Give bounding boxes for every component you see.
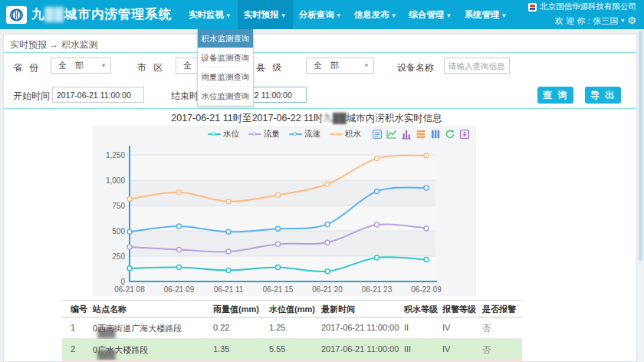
device-name-label: 设备名称 xyxy=(397,61,434,74)
legend-item[interactable]: 流速 xyxy=(289,129,320,140)
cell-no: 1 xyxy=(71,323,75,332)
city-label: 市 区 xyxy=(137,61,165,74)
line-chart: 02505007501,0001,25006-21 0806-21 0906-2… xyxy=(93,126,476,296)
legend-marker-icon xyxy=(208,133,221,135)
dropdown-item-device-monitor-query[interactable]: 设备监测查询 xyxy=(198,48,253,67)
dropdown-item-ponding-monitor-query[interactable]: 积水监测查询 xyxy=(198,29,253,48)
censored-station-code: ███ xyxy=(97,328,115,337)
export-button[interactable]: 导 出 xyxy=(585,87,621,104)
column-header: 水位值(mm) xyxy=(269,304,315,315)
save-image-icon[interactable] xyxy=(459,129,470,143)
chart-toolbox xyxy=(372,129,470,143)
main-menu: 实时监视▼实时预报▼分析查询▼信息发布▼综合管理▼系统管理▼ xyxy=(182,0,514,29)
menu-item-info-publish[interactable]: 信息发布▼ xyxy=(348,0,403,29)
chart-area: 02505007501,0001,25006-21 0806-21 0906-2… xyxy=(93,126,476,296)
table-body: 10███西南街道广海大楼路段0.221.252017-06-21 11:00:… xyxy=(62,318,522,362)
chevron-down-icon: ▼ xyxy=(336,12,342,19)
column-header: 报警等级 xyxy=(442,304,476,315)
chevron-down-icon: ▼ xyxy=(391,12,397,19)
cell-rain: 1.35 xyxy=(213,344,229,354)
svg-text:250: 250 xyxy=(112,252,125,261)
legend-item[interactable]: 积水 xyxy=(330,129,361,140)
column-header: 最新时间 xyxy=(321,304,355,315)
data-view-icon[interactable] xyxy=(372,129,383,143)
svg-text:06-21 15: 06-21 15 xyxy=(263,285,294,294)
table-row[interactable]: 10███西南街道广海大楼路段0.221.252017-06-21 11:00:… xyxy=(62,318,522,339)
restore-icon[interactable] xyxy=(445,129,455,143)
cell-station: 0███广水大楼路段 xyxy=(93,344,148,356)
chevron-down-icon: ▼ xyxy=(281,12,287,19)
legend-item[interactable]: 流量 xyxy=(248,129,280,140)
cell-is-alarm: 否 xyxy=(482,344,491,356)
svg-text:1,000: 1,000 xyxy=(106,176,125,185)
vertical-scrollbar[interactable] xyxy=(638,29,643,362)
menu-item-system-mgmt[interactable]: 系统管理▼ xyxy=(458,0,514,29)
cell-no: 2 xyxy=(71,344,75,354)
svg-text:06-21 20: 06-21 20 xyxy=(312,285,343,294)
legend-marker-icon xyxy=(330,133,343,135)
cell-rain: 0.22 xyxy=(213,323,229,332)
header-right: 北京国信华源科技有限公司 欢 迎 你 : 张三国▾ ⚙ xyxy=(528,1,636,28)
svg-text:06-21 09: 06-21 09 xyxy=(164,285,195,294)
cell-level: II xyxy=(404,323,409,332)
censored-station-code: ███ xyxy=(97,350,115,359)
svg-text:1,250: 1,250 xyxy=(106,151,125,160)
menu-item-realtime-monitor[interactable]: 实时监视▼ xyxy=(182,0,238,29)
company-name: 北京国信华源科技有限公司 xyxy=(528,1,636,13)
column-header: 站点名称 xyxy=(93,304,127,315)
chart-title: 2017-06-21 11时至2017-06-22 11时九██城市内涝积水实时… xyxy=(4,112,610,125)
cell-alarm: IV xyxy=(442,344,450,354)
svg-text:06-21 23: 06-21 23 xyxy=(362,285,393,294)
cell-time: 2017-06-21 11:00:00 xyxy=(321,344,399,354)
legend-item[interactable]: 水位 xyxy=(208,129,239,140)
user-caret-icon[interactable]: ▾ xyxy=(621,16,624,25)
cell-time: 2017-06-21 11:00:00 xyxy=(321,323,399,332)
censored-city-name: ██ xyxy=(45,7,64,21)
chevron-down-icon: ▼ xyxy=(501,12,508,19)
svg-text:0: 0 xyxy=(120,278,125,286)
column-header: 积水等级 xyxy=(404,304,438,315)
svg-text:06-21 08: 06-21 08 xyxy=(114,285,145,294)
dropdown-item-rainfall-monitor-query[interactable]: 雨量监测查询 xyxy=(198,67,253,87)
tiled-icon[interactable] xyxy=(430,129,441,143)
column-header: 雨量值(mm) xyxy=(213,304,259,315)
cell-station: 0███西南街道广海大楼路段 xyxy=(93,323,182,334)
cell-alarm: IV xyxy=(442,323,450,332)
menu-item-comprehensive-mgmt[interactable]: 综合管理▼ xyxy=(403,0,458,29)
province-label: 省 份 xyxy=(13,61,41,74)
column-header: 编号 xyxy=(71,304,87,315)
start-time-label: 开始时间 xyxy=(13,90,50,103)
welcome-user[interactable]: 欢 迎 你 : 张三国▾ ⚙ xyxy=(528,13,636,28)
username[interactable]: 张三国 xyxy=(593,15,618,28)
start-time-input[interactable] xyxy=(52,87,144,103)
cell-level: III xyxy=(404,344,411,354)
province-select[interactable]: 全 部▼ xyxy=(51,58,111,74)
menu-item-realtime-forecast[interactable]: 实时预报▼ xyxy=(238,0,293,29)
line-chart-icon[interactable] xyxy=(386,129,397,143)
cell-is-alarm: 否 xyxy=(482,323,491,334)
table-row[interactable]: 20███广水大楼路段1.355.552017-06-21 11:00:00II… xyxy=(62,339,522,360)
county-select[interactable]: 全 部▼ xyxy=(306,58,374,74)
menu-item-analysis-query[interactable]: 分析查询▼ xyxy=(293,0,348,29)
chevron-down-icon: ▼ xyxy=(225,12,232,19)
censored-city-name: 九██ xyxy=(324,113,347,123)
dropdown-item-water-level-monitor-query[interactable]: 水位监测查询 xyxy=(198,87,253,106)
app-title: 九██城市内涝管理系统 xyxy=(31,6,172,23)
svg-text:750: 750 xyxy=(112,202,125,210)
chevron-down-icon: ▼ xyxy=(100,58,107,73)
svg-text:500: 500 xyxy=(112,227,125,235)
query-button[interactable]: 查 询 xyxy=(537,87,573,104)
device-name-input[interactable] xyxy=(444,58,510,74)
gear-icon[interactable]: ⚙ xyxy=(627,13,636,28)
scrollbar-thumb[interactable] xyxy=(639,31,642,261)
bar-chart-icon[interactable] xyxy=(401,129,412,143)
svg-text:06-22 09: 06-22 09 xyxy=(411,285,442,294)
legend-marker-icon xyxy=(289,133,302,135)
cell-water: 5.55 xyxy=(269,344,285,354)
chevron-down-icon: ▼ xyxy=(363,58,370,73)
stations-table: 编号站点名称雨量值(mm)水位值(mm)最新时间积水等级报警等级是否报警 10█… xyxy=(62,300,522,362)
app-logo-icon xyxy=(6,6,27,24)
welcome-label: 欢 迎 你 : xyxy=(555,15,590,28)
divider xyxy=(4,52,636,53)
stack-icon[interactable] xyxy=(416,129,426,143)
